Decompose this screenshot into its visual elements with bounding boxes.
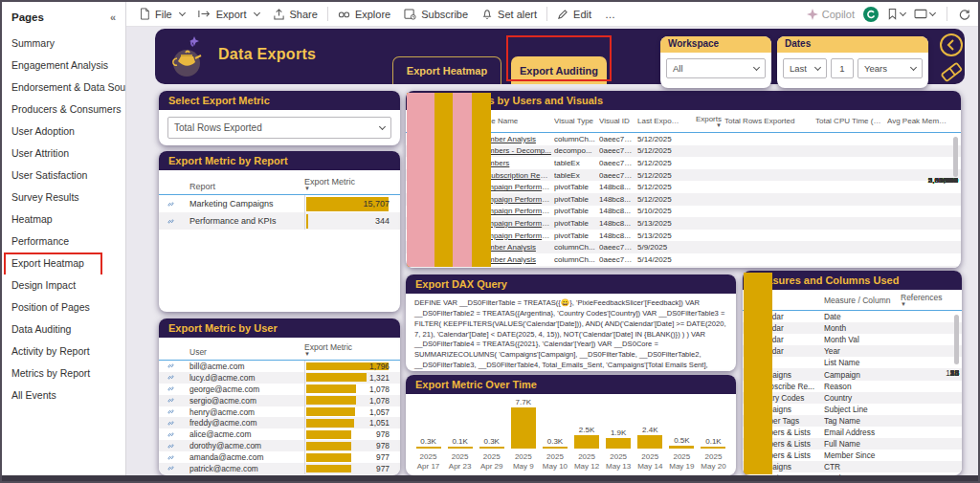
edit-button[interactable]: Edit: [550, 4, 598, 25]
sidebar-item-producers-consumers[interactable]: Producers & Consumers: [2, 99, 125, 121]
filter-title: Dates: [777, 36, 928, 53]
link-icon[interactable]: [167, 373, 175, 382]
panel-title: Export DAX Query: [406, 274, 736, 294]
link-icon[interactable]: [167, 464, 175, 472]
measure-column-cell: Reason: [824, 382, 897, 391]
column-header-sorted[interactable]: Export Metric▼: [304, 342, 392, 357]
sidebar-item-activity-by-report[interactable]: Activity by Report: [2, 340, 125, 362]
column-header[interactable]: Measure / Column: [824, 296, 897, 305]
column-header[interactable]: Report: [189, 182, 304, 191]
dates-op-select[interactable]: Last: [783, 58, 827, 78]
link-icon[interactable]: [167, 453, 175, 462]
chart-bar[interactable]: [701, 447, 725, 449]
collapse-sidebar-icon[interactable]: «: [110, 11, 116, 23]
bookmarks-button[interactable]: [887, 8, 905, 20]
sidebar-item-survey-results[interactable]: Survey Results: [2, 187, 125, 209]
back-navigation-button[interactable]: [938, 32, 965, 58]
file-icon: [139, 8, 150, 20]
link-icon[interactable]: [167, 200, 175, 209]
table-scrollbar[interactable]: [954, 315, 959, 364]
chart-bar[interactable]: [416, 447, 441, 449]
explore-button[interactable]: Explore: [331, 4, 397, 25]
bar-value-label: 0.3K: [483, 437, 499, 446]
export-menu[interactable]: Export: [191, 4, 266, 25]
link-icon[interactable]: [167, 442, 175, 450]
share-button[interactable]: Share: [266, 4, 324, 25]
sidebar-item-user-attrition[interactable]: User Attrition: [2, 143, 125, 165]
set-alert-button[interactable]: Set alert: [475, 4, 544, 25]
column-header[interactable]: Total Rows Exported: [724, 117, 813, 125]
chart-bar[interactable]: [543, 447, 568, 449]
sidebar-item-data-auditing[interactable]: Data Auditing: [2, 318, 125, 340]
panel-title: Export Metric by Report: [159, 151, 400, 170]
sidebar-item-heatmap[interactable]: Heatmap: [2, 209, 125, 231]
dates-unit-select[interactable]: Years: [858, 58, 923, 78]
sidebar-item-user-satisfaction[interactable]: User Satisfaction: [2, 165, 125, 187]
link-icon[interactable]: [167, 430, 175, 439]
sidebar-item-user-adoption[interactable]: User Adoption: [2, 121, 125, 143]
column-header[interactable]: Avg Peak Memor...: [887, 117, 948, 125]
chart-bar[interactable]: [479, 447, 504, 449]
tab-export-auditing[interactable]: Export Auditing: [511, 56, 607, 84]
sort-descending-icon: ▼: [683, 123, 722, 128]
metric-value-cell: 978: [304, 428, 392, 440]
sidebar-item-summary[interactable]: Summary: [2, 33, 125, 55]
column-header[interactable]: Exports▼: [683, 115, 722, 128]
chart-bar[interactable]: [669, 446, 694, 449]
column-header[interactable]: Last Export D...: [637, 117, 680, 125]
column-header[interactable]: Total CPU Time (Sec): [815, 117, 884, 125]
file-menu[interactable]: File: [132, 4, 191, 25]
link-icon[interactable]: [167, 407, 175, 416]
refresh-button[interactable]: [959, 9, 970, 20]
chart-bar[interactable]: [574, 435, 599, 449]
sidebar-item-performance[interactable]: Performance: [2, 231, 125, 252]
link-icon[interactable]: [167, 396, 175, 405]
chart-bar[interactable]: [511, 407, 536, 449]
sidebar-item-design-impact[interactable]: Design Impact: [2, 274, 125, 296]
sidebar-item-engagement-analysis[interactable]: Engagement Analysis: [2, 55, 125, 77]
subscribe-button[interactable]: Subscribe: [397, 4, 475, 25]
sidebar-item-export-heatmap[interactable]: Export Heatmap: [2, 252, 125, 274]
tab-export-heatmap[interactable]: Export Heatmap: [392, 56, 501, 84]
export-metric-select[interactable]: Total Rows Exported: [167, 117, 391, 139]
dates-number-input[interactable]: 1: [831, 58, 854, 78]
column-header[interactable]: User: [189, 347, 304, 357]
page-name-link[interactable]: Member Analysis: [478, 267, 551, 268]
column-header-sorted[interactable]: References▼: [901, 293, 952, 307]
link-icon[interactable]: [167, 419, 175, 428]
bar-value-label: 7.7K: [516, 398, 531, 406]
chart-bar[interactable]: [637, 435, 662, 449]
measure-column-cell: Month: [824, 323, 897, 333]
column-header[interactable]: Visual Type: [554, 117, 596, 125]
measure-column-cell: Full Name: [824, 439, 897, 449]
metric-value: 13: [950, 368, 959, 378]
workspace-select[interactable]: All: [666, 58, 766, 78]
sidebar-item-metrics-by-report[interactable]: Metrics by Report: [2, 362, 125, 384]
account-avatar[interactable]: [863, 7, 879, 22]
view-button[interactable]: [914, 9, 935, 19]
visual-type-cell: columnCh...: [554, 135, 596, 143]
row-label: henry@acme.com: [189, 407, 304, 417]
chart-bar[interactable]: [448, 447, 473, 449]
sidebar-item-position-of-pages[interactable]: Position of Pages: [2, 296, 125, 318]
clear-filters-eraser-button[interactable]: [940, 61, 963, 82]
link-icon[interactable]: [167, 362, 175, 370]
sidebar-item-all-events[interactable]: All Events: [2, 384, 125, 406]
table-row: Performance and KPIs344: [159, 212, 400, 230]
link-icon[interactable]: [167, 217, 175, 226]
chevron-down-icon: [179, 10, 186, 16]
table-row: alice@acme.com978: [159, 428, 400, 440]
column-header-sorted[interactable]: Export Metric▼: [304, 177, 392, 191]
visual-id-cell: 0aeec72...: [599, 135, 635, 143]
column-header[interactable]: Visual ID: [599, 117, 635, 125]
copilot-button[interactable]: Copilot: [807, 9, 855, 20]
table-row: dorothy@acme.com978: [159, 440, 400, 451]
row-label: bill@acme.com: [189, 362, 304, 371]
chart-bar-group: 0.3K2025Apr 17: [413, 398, 443, 475]
table-scrollbar[interactable]: [953, 137, 958, 177]
link-icon[interactable]: [167, 384, 175, 393]
more-options-button[interactable]: …: [598, 4, 622, 25]
visual-type-cell: pivotTable: [554, 219, 596, 228]
sidebar-item-endorsement-data-sources[interactable]: Endorsement & Data Sources: [2, 77, 125, 99]
chart-bar[interactable]: [606, 438, 631, 449]
